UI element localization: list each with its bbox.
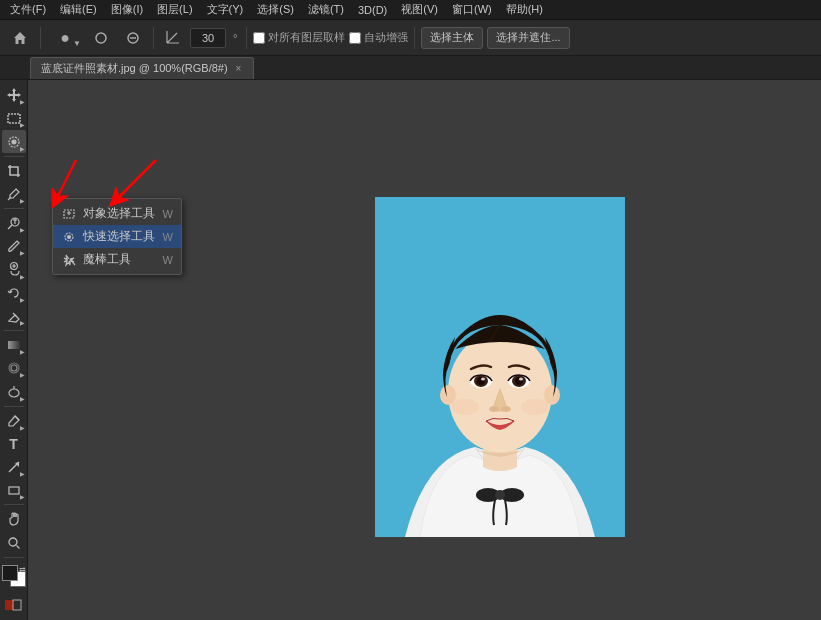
svg-point-15 [9, 389, 19, 397]
auto-enhance-checkbox[interactable] [349, 32, 361, 44]
flyout-item-object-select-key: W [163, 208, 173, 220]
menu-image[interactable]: 图像(I) [105, 0, 149, 19]
brush-subtract[interactable] [119, 24, 147, 52]
tool-zoom[interactable] [2, 532, 26, 554]
tool-move[interactable]: ▶ [2, 84, 26, 106]
tool-eraser[interactable]: ▶ [2, 305, 26, 327]
canvas-area: 对象选择工具 W 快速选择工具 W [28, 80, 821, 620]
menu-window[interactable]: 窗口(W) [446, 0, 498, 19]
svg-line-23 [56, 160, 76, 200]
svg-line-24 [116, 160, 156, 200]
brush-preset-picker[interactable]: ● ▼ [47, 24, 83, 52]
tool-sep-2 [4, 208, 24, 209]
tab-bar: 蓝底证件照素材.jpg @ 100%(RGB/8#) × [0, 56, 821, 80]
svg-point-27 [68, 235, 71, 238]
tool-pen[interactable]: ▶ [2, 410, 26, 432]
tool-crop[interactable] [2, 160, 26, 182]
tool-dodge[interactable]: ▶ [2, 380, 26, 402]
tool-brush[interactable]: ▶ [2, 235, 26, 257]
svg-point-48 [521, 399, 549, 415]
quick-select-icon [61, 229, 77, 245]
svg-line-8 [8, 225, 12, 229]
tool-clone[interactable]: ▶ [2, 258, 26, 280]
flyout-item-quick-select-key: W [163, 231, 173, 243]
tool-hand[interactable] [2, 508, 26, 530]
menu-3d[interactable]: 3D(D) [352, 2, 393, 18]
svg-point-46 [501, 406, 511, 412]
svg-point-19 [9, 538, 17, 546]
select-subject-button[interactable]: 选择主体 [421, 27, 483, 49]
svg-point-5 [12, 140, 16, 144]
svg-rect-18 [9, 487, 19, 494]
menu-layer[interactable]: 图层(L) [151, 0, 198, 19]
tool-quick-mask[interactable] [2, 594, 26, 616]
home-button[interactable] [6, 24, 34, 52]
flyout-item-object-select-label: 对象选择工具 [83, 205, 155, 222]
tool-history-brush[interactable]: ▶ [2, 282, 26, 304]
menu-file[interactable]: 文件(F) [4, 0, 52, 19]
svg-rect-3 [8, 114, 20, 123]
tab-close-button[interactable]: × [234, 62, 244, 75]
svg-point-45 [489, 406, 499, 412]
tool-sep-1 [4, 156, 24, 157]
tool-sep-6 [4, 557, 24, 558]
document-tab[interactable]: 蓝底证件照素材.jpg @ 100%(RGB/8#) × [30, 57, 254, 79]
svg-point-40 [481, 378, 485, 381]
svg-point-33 [495, 490, 505, 500]
tool-sep-3 [4, 330, 24, 331]
tab-label: 蓝底证件照素材.jpg @ 100%(RGB/8#) [41, 61, 228, 76]
left-toolbar: ▶ ▶ ▶ [0, 80, 28, 620]
tool-eyedropper[interactable]: ▶ [2, 183, 26, 205]
sample-all-layers-checkbox[interactable] [253, 32, 265, 44]
tool-sep-4 [4, 406, 24, 407]
main-area: ▶ ▶ ▶ [0, 80, 821, 620]
flyout-item-magic-wand[interactable]: 魔棒工具 W [53, 248, 181, 271]
menu-view[interactable]: 视图(V) [395, 0, 444, 19]
svg-point-44 [519, 378, 523, 381]
angle-input[interactable] [190, 28, 226, 48]
toolbar-sep-3 [246, 27, 247, 49]
sample-all-layers-group: 对所有图层取样 [253, 30, 345, 45]
select-and-mask-button[interactable]: 选择并遮住... [487, 27, 569, 49]
flyout-item-object-select[interactable]: 对象选择工具 W [53, 202, 181, 225]
tool-quick-select[interactable]: ▶ [2, 130, 26, 152]
flyout-item-quick-select-label: 快速选择工具 [83, 228, 155, 245]
color-swatch-area: ⇄ [2, 565, 26, 587]
svg-point-14 [11, 365, 17, 371]
tool-sep-5 [4, 504, 24, 505]
svg-rect-22 [13, 600, 21, 610]
angle-label [160, 27, 186, 49]
menu-select[interactable]: 选择(S) [251, 0, 300, 19]
tool-marquee[interactable]: ▶ [2, 107, 26, 129]
auto-enhance-group: 自动增强 [349, 30, 408, 45]
tool-blur[interactable]: ▶ [2, 357, 26, 379]
brush-mode[interactable] [87, 24, 115, 52]
svg-point-47 [451, 399, 479, 415]
foreground-color-box[interactable] [2, 565, 18, 581]
canvas-content [375, 197, 625, 537]
menu-type[interactable]: 文字(Y) [201, 0, 250, 19]
tool-path-select[interactable]: ▶ [2, 456, 26, 478]
menu-edit[interactable]: 编辑(E) [54, 0, 103, 19]
photo-image [375, 197, 625, 537]
svg-point-0 [96, 33, 106, 43]
swap-colors-button[interactable]: ⇄ [19, 565, 26, 574]
flyout-item-magic-wand-key: W [163, 254, 173, 266]
menu-help[interactable]: 帮助(H) [500, 0, 549, 19]
svg-rect-12 [8, 341, 20, 349]
options-toolbar: ● ▼ ° 对所有图层取样 自动增强 选择主体 选择并遮住... [0, 20, 821, 56]
svg-point-35 [440, 385, 456, 405]
toolbar-sep-2 [153, 27, 154, 49]
flyout-item-quick-select[interactable]: 快速选择工具 W [53, 225, 181, 248]
tool-heal[interactable]: ▶ [2, 212, 26, 234]
menu-bar: 文件(F) 编辑(E) 图像(I) 图层(L) 文字(Y) 选择(S) 滤镜(T… [0, 0, 821, 20]
object-select-icon [61, 206, 77, 222]
tool-shape[interactable]: ▶ [2, 479, 26, 501]
svg-line-20 [16, 545, 19, 548]
svg-point-36 [544, 385, 560, 405]
tool-type[interactable]: T [2, 433, 26, 455]
tool-gradient[interactable]: ▶ [2, 334, 26, 356]
menu-filter[interactable]: 滤镜(T) [302, 0, 350, 19]
sample-all-layers-label: 对所有图层取样 [268, 30, 345, 45]
toolbar-sep-4 [414, 27, 415, 49]
